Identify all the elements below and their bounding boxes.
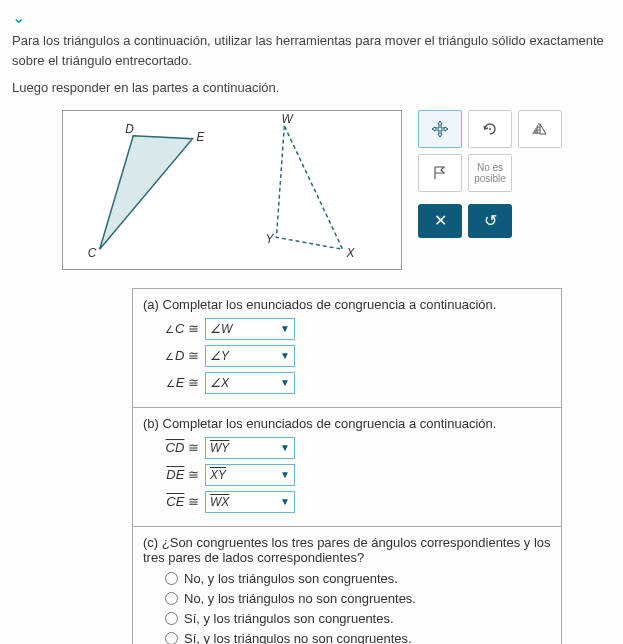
radio-c3[interactable]: Sí, y los triángulos no son congruentes. bbox=[165, 631, 551, 645]
cong-row-b0: CD ≅ WY▼ bbox=[165, 437, 551, 459]
radio-c0[interactable]: No, y los triángulos son congruentes. bbox=[165, 571, 551, 586]
instructions: Para los triángulos a continuación, util… bbox=[12, 31, 611, 98]
part-b-prompt: (b) Completar los enunciados de congruen… bbox=[143, 416, 551, 431]
chevron-down-icon: ▼ bbox=[280, 323, 290, 334]
flag-tool[interactable] bbox=[418, 154, 462, 192]
vertex-E: E bbox=[196, 129, 205, 143]
questions-panel: (a) Completar los enunciados de congruen… bbox=[132, 288, 562, 645]
move-tool[interactable] bbox=[418, 110, 462, 148]
part-b: (b) Completar los enunciados de congruen… bbox=[133, 408, 561, 527]
part-c-prompt: (c) ¿Son congruentes los tres pares de á… bbox=[143, 535, 551, 565]
tool-panel: No es posible ✕ ↺ bbox=[418, 110, 562, 270]
svg-marker-4 bbox=[540, 124, 546, 134]
chevron-down-icon: ▼ bbox=[280, 496, 290, 507]
dropdown-b2[interactable]: WX▼ bbox=[205, 491, 295, 513]
part-a: (a) Completar los enunciados de congruen… bbox=[133, 289, 561, 408]
chevron-down-icon: ▼ bbox=[280, 350, 290, 361]
dropdown-a1[interactable]: ∠Y▼ bbox=[205, 345, 295, 367]
chevron-down-icon: ▼ bbox=[280, 442, 290, 453]
cong-row-a1: D ≅ ∠Y▼ bbox=[165, 345, 551, 367]
instruction-line1: Para los triángulos a continuación, util… bbox=[12, 31, 611, 70]
radio-c2[interactable]: Sí, y los triángulos son congruentes. bbox=[165, 611, 551, 626]
part-c: (c) ¿Son congruentes los tres pares de á… bbox=[133, 527, 561, 645]
vertex-Y: Y bbox=[266, 232, 275, 246]
collapse-chevron[interactable]: ⌄ bbox=[12, 8, 611, 27]
vertex-D: D bbox=[125, 121, 134, 135]
cong-row-a0: C ≅ ∠W▼ bbox=[165, 318, 551, 340]
svg-marker-3 bbox=[532, 124, 538, 134]
dropdown-b1[interactable]: XY▼ bbox=[205, 464, 295, 486]
rotate-tool[interactable] bbox=[468, 110, 512, 148]
vertex-C: C bbox=[88, 246, 97, 260]
radio-c1[interactable]: No, y los triángulos no son congruentes. bbox=[165, 591, 551, 606]
dropdown-b0[interactable]: WY▼ bbox=[205, 437, 295, 459]
dropdown-a2[interactable]: ∠X▼ bbox=[205, 372, 295, 394]
part-a-prompt: (a) Completar los enunciados de congruen… bbox=[143, 297, 551, 312]
cong-row-b2: CE ≅ WX▼ bbox=[165, 491, 551, 513]
chevron-down-icon: ▼ bbox=[280, 469, 290, 480]
svg-point-2 bbox=[489, 128, 491, 130]
cong-row-b1: DE ≅ XY▼ bbox=[165, 464, 551, 486]
cong-row-a2: E ≅ ∠X▼ bbox=[165, 372, 551, 394]
vertex-X: X bbox=[346, 246, 356, 260]
svg-marker-0 bbox=[100, 135, 193, 249]
geometry-canvas[interactable]: D E C W Y X bbox=[62, 110, 402, 270]
reset-button[interactable]: ↺ bbox=[468, 204, 512, 238]
reflect-tool[interactable] bbox=[518, 110, 562, 148]
vertex-W: W bbox=[281, 111, 294, 125]
svg-marker-1 bbox=[276, 125, 342, 248]
instruction-line2: Luego responder en las partes a continua… bbox=[12, 78, 611, 98]
not-possible-button[interactable]: No es posible bbox=[468, 154, 512, 192]
dropdown-a0[interactable]: ∠W▼ bbox=[205, 318, 295, 340]
close-button[interactable]: ✕ bbox=[418, 204, 462, 238]
chevron-down-icon: ▼ bbox=[280, 377, 290, 388]
